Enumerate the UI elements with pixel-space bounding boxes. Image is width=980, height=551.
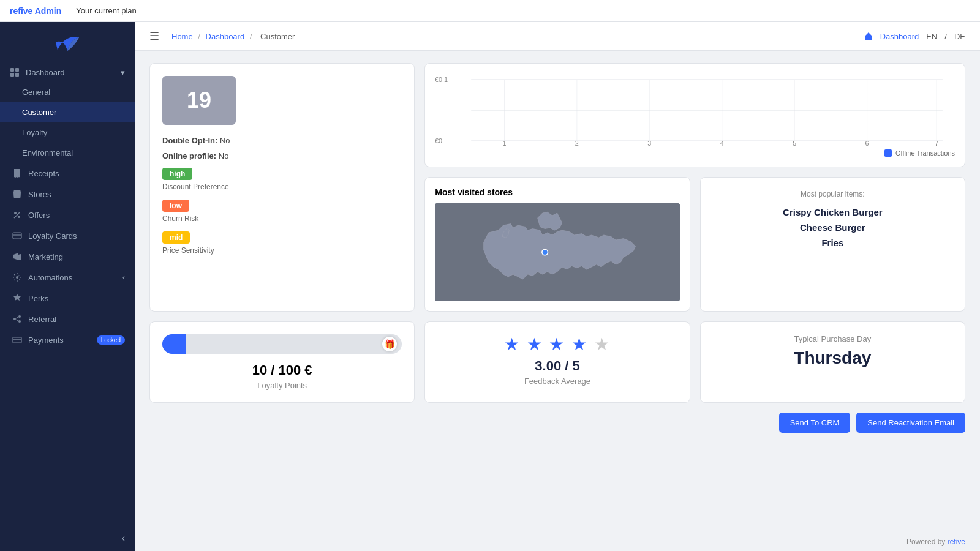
star-5: ★ <box>594 335 611 354</box>
star-1: ★ <box>504 335 521 354</box>
sidebar-item-payments[interactable]: Payments Locked <box>0 329 135 350</box>
price-label: Price Sensitivity <box>162 246 402 255</box>
most-visited-stores-card: Most visited stores <box>424 177 690 312</box>
loyalty-points-label: Loyalty Points <box>162 381 402 390</box>
chart-svg: €0.1 €0 1 2 3 4 5 6 7 <box>435 73 955 147</box>
stores-card-title: Most visited stores <box>435 187 679 197</box>
dashboard-nav-icon <box>864 32 873 40</box>
stars-display: ★ ★ ★ ★ ★ <box>437 334 677 354</box>
sidebar-collapse-button[interactable]: ‹ <box>122 533 125 544</box>
map-container <box>435 203 679 301</box>
content-area: ☰ Home / Dashboard / Customer Dashboard … <box>135 22 980 551</box>
customer-number-box: 19 <box>162 76 236 125</box>
breadcrumb-dashboard[interactable]: Dashboard <box>206 32 245 41</box>
sidebar-item-loyalty-cards[interactable]: Loyalty Cards <box>0 225 135 246</box>
svg-point-12 <box>18 320 21 323</box>
sidebar-item-receipts[interactable]: Receipts <box>0 163 135 184</box>
svg-line-14 <box>16 320 18 321</box>
sidebar-item-general[interactable]: General <box>0 82 135 102</box>
sidebar-item-dashboard[interactable]: Dashboard ▾ <box>0 62 135 82</box>
breadcrumb: Home / Dashboard / Customer <box>172 32 298 41</box>
popular-items-title: Most popular items: <box>713 190 952 198</box>
progress-fill <box>162 334 186 354</box>
action-row: Send To CRM Send Reactivation Email <box>149 413 965 433</box>
svg-point-11 <box>18 315 21 318</box>
sidebar-item-loyalty[interactable]: Loyalty <box>0 122 135 143</box>
breadcrumb-sep-2: / <box>250 32 254 41</box>
popular-item-2: Cheese Burger <box>713 222 952 233</box>
offers-icon <box>12 210 22 220</box>
discount-label: Discount Preference <box>162 182 402 191</box>
automations-icon <box>12 272 22 282</box>
sidebar-item-offers[interactable]: Offers <box>0 204 135 225</box>
lang-en[interactable]: EN <box>926 32 937 41</box>
breadcrumb-home[interactable]: Home <box>172 32 193 41</box>
purchase-day-value: Thursday <box>713 348 952 368</box>
feedback-label: Feedback Average <box>437 377 677 386</box>
dashboard-grid: 19 Double Opt-In: No Online profile: No … <box>149 63 965 312</box>
popular-items-card: Most popular items: Crispy Chicken Burge… <box>700 177 965 312</box>
purchase-day-title: Typical Purchase Day <box>713 334 952 343</box>
page-content: 19 Double Opt-In: No Online profile: No … <box>135 51 980 533</box>
double-optin-row: Double Opt-In: No <box>162 136 402 145</box>
star-4: ★ <box>571 335 588 354</box>
svg-rect-1 <box>15 68 19 72</box>
sidebar-logo <box>0 22 135 62</box>
hamburger-button[interactable]: ☰ <box>149 29 159 43</box>
refive-link[interactable]: refive <box>948 538 965 546</box>
topbar: refive Admin Your current plan <box>0 0 980 22</box>
sidebar-item-stores[interactable]: Stores <box>0 184 135 204</box>
svg-text:€0.1: €0.1 <box>435 76 448 83</box>
main-layout: Dashboard ▾ General Customer Loyalty Env… <box>0 22 980 551</box>
sidebar-item-perks[interactable]: Perks <box>0 288 135 309</box>
svg-point-10 <box>13 318 16 320</box>
send-crm-button[interactable]: Send To CRM <box>779 413 851 433</box>
sidebar-item-automations[interactable]: Automations ‹ <box>0 267 135 288</box>
svg-rect-3 <box>15 73 19 77</box>
feedback-score: 3.00 / 5 <box>437 358 677 374</box>
svg-rect-0 <box>10 68 14 72</box>
online-profile-row: Online profile: No <box>162 151 402 160</box>
legend-dot <box>884 149 892 157</box>
locked-badge: Locked <box>97 335 125 345</box>
store-icon <box>12 189 22 199</box>
sidebar-item-environmental[interactable]: Environmental <box>0 143 135 163</box>
popular-item-1: Crispy Chicken Burger <box>713 207 952 217</box>
loyalty-cards-icon <box>12 231 22 241</box>
lang-sep: / <box>944 32 947 41</box>
customer-info-card: 19 Double Opt-In: No Online profile: No … <box>149 63 415 312</box>
chart-legend: Offline Transactions <box>435 149 955 157</box>
header-dashboard-link[interactable]: Dashboard <box>880 32 919 41</box>
gift-icon: 🎁 <box>382 337 397 351</box>
sidebar-item-marketing[interactable]: Marketing <box>0 246 135 267</box>
discount-badge: high <box>162 168 192 180</box>
powered-by: Powered by refive <box>135 533 980 551</box>
perks-icon <box>12 293 22 303</box>
svg-text:€0: €0 <box>435 137 442 144</box>
send-reactivation-button[interactable]: Send Reactivation Email <box>856 413 965 433</box>
svg-point-5 <box>18 216 20 218</box>
loyalty-points-display: 10 / 100 € <box>162 362 402 378</box>
bottom-row: 🎁 10 / 100 € Loyalty Points ★ ★ ★ ★ ★ 3.… <box>149 321 965 403</box>
svg-point-9 <box>16 276 18 279</box>
sidebar-footer: ‹ <box>0 525 135 551</box>
loyalty-points-card: 🎁 10 / 100 € Loyalty Points <box>149 321 415 403</box>
price-badge: mid <box>162 231 190 244</box>
topbar-brand[interactable]: refive Admin <box>10 6 61 16</box>
sidebar-item-referral[interactable]: Referral <box>0 309 135 329</box>
marketing-icon <box>12 252 22 261</box>
breadcrumb-current: Customer <box>260 32 295 41</box>
sidebar-item-customer[interactable]: Customer <box>0 102 135 122</box>
sidebar: Dashboard ▾ General Customer Loyalty Env… <box>0 22 135 551</box>
breadcrumb-sep-1: / <box>198 32 202 41</box>
lang-de[interactable]: DE <box>954 32 965 41</box>
chart-area: €0.1 €0 1 2 3 4 5 6 7 <box>435 73 955 147</box>
map-location-dot <box>542 249 548 255</box>
churn-label: Churn Risk <box>162 214 402 223</box>
sub-header: ☰ Home / Dashboard / Customer Dashboard … <box>135 22 980 51</box>
receipt-icon <box>12 168 22 178</box>
churn-badge: low <box>162 200 189 212</box>
star-3: ★ <box>549 335 565 354</box>
refive-logo-icon <box>53 33 82 55</box>
svg-rect-7 <box>13 233 21 239</box>
